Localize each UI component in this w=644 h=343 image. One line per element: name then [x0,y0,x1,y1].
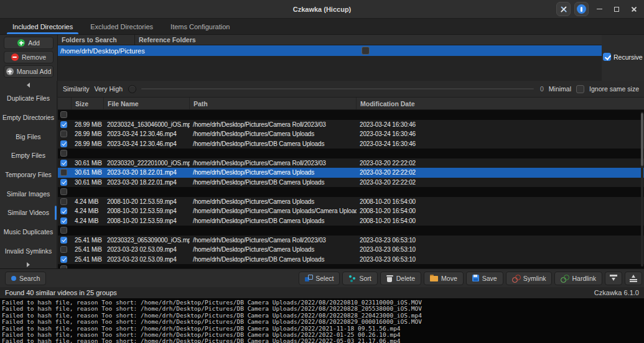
cell-path: /home/drh/Desktop/Pictures/Camera Upload… [190,208,357,214]
cell-modification-date: 2023-03-23 06:53:10 [357,246,644,253]
move-button[interactable]: Move [424,272,464,285]
file-row[interactable]: 4.24 MiB2008-10-20 12.53.59.mp4/home/drh… [58,216,644,226]
maximize-icon [614,7,619,12]
cell-size: 28.99 MiB [72,130,104,137]
file-row[interactable]: 28.99 MiB2023-03-24 12.30.46.mp4/home/dr… [58,129,644,139]
file-checkbox[interactable] [60,208,67,214]
maximize-button[interactable] [610,2,623,16]
file-checkbox[interactable] [60,237,67,244]
search-button[interactable]: Search [5,272,46,285]
file-row[interactable]: 4.24 MiB2008-10-20 12.53.59.mp4/home/drh… [58,197,644,207]
sidebar-item-similar-videos[interactable]: Similar Videos [0,203,57,222]
reference-folder-checkbox[interactable] [362,47,370,55]
group-header-row[interactable] [58,110,644,120]
group-header-row[interactable] [58,264,644,268]
column-reference-folders[interactable]: Reference Folders [135,35,602,45]
column-folders-to-search[interactable]: Folders to Search [58,35,135,45]
file-row[interactable]: 25.41 MiB2023-03-23 02.53.09.mp4/home/dr… [58,255,644,265]
file-row[interactable]: 28.99 MiB20230324_163046000_iOS.mp4/home… [58,120,644,130]
tools-icon [559,5,568,14]
symlink-button[interactable]: Symlink [506,272,553,285]
file-checkbox[interactable] [60,198,67,205]
group-select-checkbox[interactable] [60,188,67,195]
file-row[interactable]: 28.99 MiB2023-03-24 12.30.46.mp4/home/dr… [58,139,644,149]
cell-file-name: 2023-03-20 18.22.01.mp4 [104,179,190,186]
cell-modification-date: 2023-03-24 16:30:46 [357,121,644,128]
info-button[interactable] [574,2,589,16]
tools-button[interactable] [556,2,571,16]
file-checkbox[interactable] [60,140,67,147]
file-checkbox[interactable] [60,121,67,128]
manual-add-circle-icon [6,68,14,75]
file-row[interactable]: 25.41 MiB20230323_065309000_iOS.mp4/home… [58,236,644,245]
group-select-checkbox[interactable] [60,227,67,234]
directories-panel: AddRemoveManual Add Folders to Search Re… [0,35,644,81]
directory-row[interactable]: /home/drh/Desktop/Pictures [58,45,602,56]
minimize-button[interactable] [592,2,606,16]
file-row[interactable]: 30.61 MiB2023-03-20 18.22.01.mp4/home/dr… [58,178,644,188]
results-scrollbar[interactable] [641,112,643,267]
file-row[interactable]: 4.24 MiB2008-10-20 12.53.59.mp4/home/drh… [58,206,644,216]
scrollbar-handle[interactable] [641,113,643,166]
file-checkbox[interactable] [60,179,67,186]
file-row[interactable]: 25.41 MiB2023-03-23 02.53.09.mp4/home/dr… [58,245,644,255]
cell-modification-date: 2023-03-24 16:30:46 [357,140,644,147]
button-label: Symlink [523,275,546,282]
manual-add-button[interactable]: Manual Add [4,65,54,78]
recursive-checkbox[interactable] [603,53,611,61]
cell-modification-date: 2008-10-20 16:54:00 [357,198,644,205]
sidebar-item-invalid-symlinks[interactable]: Invalid Symlinks [0,241,57,260]
group-header-row[interactable] [58,149,644,158]
toggle-top-panel-button[interactable] [625,272,642,285]
column-modification-date[interactable]: Modification Date [357,98,644,109]
sidebar-scroll-up[interactable] [0,81,57,89]
similarity-slider-knob[interactable] [128,85,136,93]
hardlink-icon [561,275,569,282]
file-checkbox[interactable] [60,246,67,253]
delete-button[interactable]: Delete [380,272,421,285]
file-checkbox[interactable] [60,256,67,263]
tab-items-configuration[interactable]: Items Configuration [162,19,238,34]
column-path[interactable]: Path [190,98,357,109]
group-select-checkbox[interactable] [60,150,67,157]
file-checkbox[interactable] [60,217,67,224]
tab-excluded-directories[interactable]: Excluded Directories [82,19,162,34]
sidebar-item-duplicate-files[interactable]: Duplicate Files [0,89,57,108]
sidebar-item-empty-directories[interactable]: Empty Directories [0,108,57,127]
similarity-slider-track[interactable] [141,88,534,89]
sidebar-item-big-files[interactable]: Big Files [0,127,57,146]
button-label: Remove [22,53,46,61]
column-file-name[interactable]: File Name [104,98,190,109]
group-header-row[interactable] [58,187,644,197]
sidebar-item-empty-files[interactable]: Empty Files [0,146,57,165]
similarity-row: Similarity Very High 0 Minimal Ignore sa… [58,81,644,98]
file-checkbox[interactable] [60,160,67,167]
add-button[interactable]: Add [4,37,54,49]
sidebar-scroll-down[interactable] [0,260,57,268]
save-button[interactable]: Save [466,272,503,285]
tab-included-directories[interactable]: Included Directories [4,19,82,34]
close-button[interactable] [627,2,641,16]
group-select-checkbox[interactable] [60,111,67,118]
toggle-bottom-panel-button[interactable] [605,272,622,285]
button-label: Sort [359,275,371,282]
hardlink-button[interactable]: Hardlink [554,272,602,285]
column-size[interactable]: Size [72,98,104,109]
remove-button[interactable]: Remove [4,51,54,63]
results-area: Similarity Very High 0 Minimal Ignore sa… [58,81,644,268]
file-checkbox[interactable] [60,169,67,176]
sidebar-item-temporary-files[interactable]: Temporary Files [0,165,57,185]
ignore-same-size-checkbox[interactable] [576,85,584,93]
minimize-icon [597,9,602,10]
cell-path: /home/drh/Desktop/Pictures/Camera Upload… [190,130,357,137]
file-checkbox[interactable] [60,130,67,137]
sidebar-item-similar-images[interactable]: Similar Images [0,184,57,203]
file-row[interactable]: 30.61 MiB2023-03-20 18.22.01.mp4/home/dr… [58,168,644,178]
file-row[interactable]: 30.61 MiB20230320_222201000_iOS.mp4/home… [58,158,644,168]
sort-button[interactable]: Sort [342,272,377,285]
window-title: Czkawka (Hiccup) [293,6,352,13]
sidebar-item-music-duplicates[interactable]: Music Duplicates [0,222,57,242]
log-line: Failed to hash file, reason Too short: /… [2,338,644,343]
group-header-row[interactable] [58,226,644,236]
select-button[interactable]: Select [299,272,340,285]
